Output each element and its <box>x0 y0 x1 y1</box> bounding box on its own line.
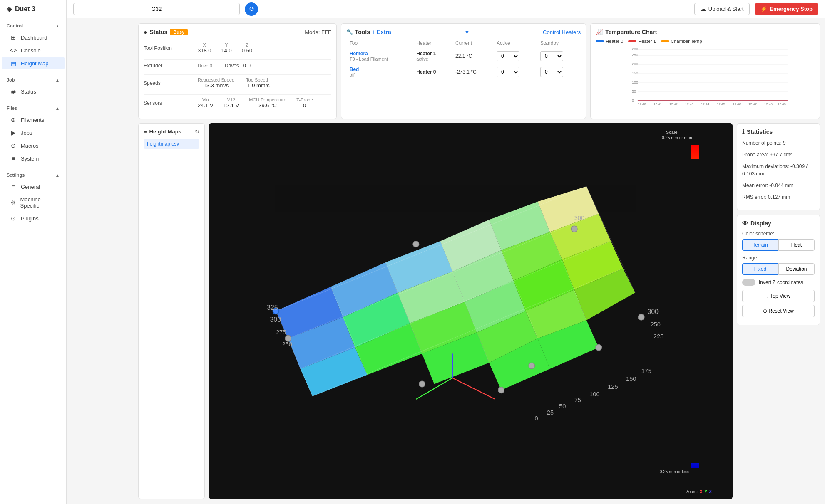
svg-text:12:47: 12:47 <box>748 102 757 105</box>
sidebar-item-dashboard[interactable]: ⊞ Dashboard <box>2 31 65 44</box>
sidebar: ◈ Duet 3 Control ▲ ⊞ Dashboard <> Consol… <box>0 0 67 504</box>
gcode-input[interactable] <box>73 3 240 15</box>
svg-point-66 <box>529 363 535 369</box>
heater1-standby-select[interactable]: 050100 <box>540 51 563 61</box>
sidebar-item-console[interactable]: <> Console <box>2 44 65 57</box>
status-panel: ● Status Busy Mode: FFF Tool Position X … <box>138 23 337 119</box>
filaments-icon: ⊕ <box>10 116 17 123</box>
svg-text:100: 100 <box>589 391 599 398</box>
machine-icon: ⚙ <box>10 199 16 206</box>
section-files[interactable]: Files ▲ <box>0 103 66 113</box>
list-icon: ≡ <box>144 128 147 135</box>
chart-icon: 📈 <box>596 29 603 35</box>
svg-text:0: 0 <box>535 415 538 422</box>
tool-hemera-link[interactable]: Hemera <box>350 51 410 57</box>
general-icon: ≡ <box>10 183 17 190</box>
svg-text:280: 280 <box>632 47 638 51</box>
mode-text: Mode: FFF <box>305 29 331 35</box>
heater0-standby-select[interactable]: 050100 <box>540 67 563 77</box>
svg-point-64 <box>419 381 425 387</box>
legend-chamber: Chamber Temp <box>661 39 702 44</box>
temperature-chart-area: 280 250 200 150 100 50 0 <box>596 47 815 114</box>
status-badge: Busy <box>170 29 188 35</box>
svg-text:12:41: 12:41 <box>654 102 662 105</box>
stat-points: Number of points: 9 <box>742 139 815 147</box>
svg-text:50: 50 <box>632 89 636 94</box>
sidebar-item-jobs[interactable]: ▶ Jobs <box>2 126 65 139</box>
heater0-active-select[interactable]: 050100 <box>497 67 519 77</box>
svg-text:250: 250 <box>282 341 292 348</box>
drives-row: Extruder Drive 0 Drives 0.0 <box>144 59 331 71</box>
svg-text:300: 300 <box>647 308 659 315</box>
app-name: Duet 3 <box>15 5 35 13</box>
svg-text:250: 250 <box>632 53 638 57</box>
table-row: Bed off Heater 0 -273.1 °C 050100 <box>346 64 581 80</box>
stat-mean-error: Mean error: -0.044 mm <box>742 182 815 189</box>
fixed-button[interactable]: Fixed <box>742 263 778 275</box>
svg-text:25: 25 <box>547 409 554 416</box>
svg-text:12:49: 12:49 <box>778 102 786 105</box>
sidebar-item-macros[interactable]: ⊙ Macros <box>2 139 65 152</box>
sidebar-item-filaments[interactable]: ⊕ Filaments <box>2 114 65 126</box>
svg-text:175: 175 <box>641 368 651 374</box>
sidebar-item-machine[interactable]: ⚙ Machine-Specific <box>2 193 65 212</box>
system-icon: ≡ <box>10 155 17 162</box>
svg-point-67 <box>596 344 602 351</box>
logo-icon: ◈ <box>7 5 12 13</box>
viewer-panel[interactable]: Scale: 0.25 mm or more -0.25 mm or less … <box>209 123 733 499</box>
sidebar-item-general[interactable]: ≡ General <box>2 180 65 193</box>
svg-text:0: 0 <box>632 99 634 103</box>
color-scheme-group: Terrain Heat <box>742 239 815 251</box>
macros-icon: ⊙ <box>10 142 17 149</box>
deviation-button[interactable]: Deviation <box>778 263 815 275</box>
upload-icon: ☁ <box>701 6 706 12</box>
svg-text:12:40: 12:40 <box>638 102 646 105</box>
svg-text:12:48: 12:48 <box>764 102 773 105</box>
svg-text:125: 125 <box>608 383 618 390</box>
section-job[interactable]: Job ▲ <box>0 75 66 85</box>
heightmap-3d-svg: 325 300 275 250 300 250 225 300 0 25 50 … <box>209 123 733 499</box>
sidebar-item-plugins[interactable]: ⊙ Plugins <box>2 212 65 225</box>
run-gcode-button[interactable]: ↺ <box>245 2 258 16</box>
right-panel: ℹ Statistics Number of points: 9 Probe a… <box>737 123 820 499</box>
legend-heater0: Heater 0 <box>596 39 623 44</box>
svg-text:200: 200 <box>632 62 638 66</box>
top-view-button[interactable]: ↓ Top View <box>742 290 815 302</box>
stat-probe-area: Probe area: 997.7 cm² <box>742 151 815 158</box>
heightmap-icon: ▦ <box>10 60 17 67</box>
invert-z-toggle[interactable] <box>742 279 755 286</box>
dashboard-icon: ⊞ <box>10 34 17 41</box>
svg-text:300: 300 <box>574 215 584 221</box>
tool-bed-link[interactable]: Bed <box>350 67 410 72</box>
temperature-chart-svg: 280 250 200 150 100 50 0 <box>596 47 815 105</box>
top-panels-row: ● Status Busy Mode: FFF Tool Position X … <box>138 23 820 119</box>
sidebar-item-heightmap[interactable]: ▦ Height Map <box>2 57 65 69</box>
stat-rms-error: RMS error: 0.127 mm <box>742 193 815 201</box>
svg-text:225: 225 <box>654 333 663 340</box>
section-control[interactable]: Control ▲ <box>0 21 66 31</box>
sidebar-item-status[interactable]: ◉ Status <box>2 85 65 98</box>
section-settings[interactable]: Settings ▲ <box>0 170 66 180</box>
svg-text:275: 275 <box>276 329 286 336</box>
lightning-icon: ⚡ <box>760 6 767 12</box>
tools-panel: 🔧 Tools + Extra ▼ Control Heaters Tool H… <box>341 23 586 119</box>
control-heaters-link[interactable]: Control Heaters <box>543 29 581 35</box>
terrain-button[interactable]: Terrain <box>742 239 778 251</box>
emergency-stop-button[interactable]: ⚡ Emergency Stop <box>755 3 818 15</box>
svg-text:100: 100 <box>632 80 638 84</box>
sidebar-item-system[interactable]: ≡ System <box>2 152 65 165</box>
tool-position-row: Tool Position X 318.0 Y 14.0 Z 0.60 <box>144 40 331 56</box>
heightmap-file-item[interactable]: heightmap.csv <box>144 139 199 149</box>
svg-text:75: 75 <box>574 397 581 403</box>
heat-button[interactable]: Heat <box>778 239 815 251</box>
temperature-panel: 📈 Temperature Chart Heater 0 Heater 1 Ch… <box>590 23 820 119</box>
upload-start-button[interactable]: ☁ Upload & Start <box>694 3 750 15</box>
chevron-up-icon-job: ▲ <box>55 78 60 82</box>
heater1-active-select[interactable]: 050100 <box>497 51 519 61</box>
reset-view-button[interactable]: ⊙ Reset View <box>742 305 815 317</box>
legend-heater1: Heater 1 <box>628 39 656 44</box>
extra-link[interactable]: + Extra <box>372 29 391 35</box>
svg-text:12:45: 12:45 <box>717 102 726 105</box>
refresh-icon[interactable]: ↻ <box>195 128 199 135</box>
jobs-icon: ▶ <box>10 129 17 136</box>
